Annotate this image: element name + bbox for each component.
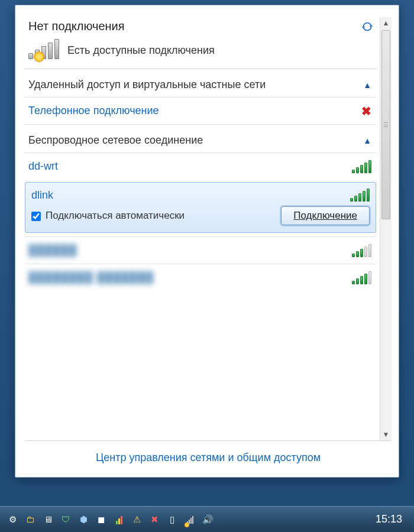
tray-icon-warning[interactable]: ⚠ — [130, 513, 143, 526]
wifi-signal-icon — [352, 160, 371, 173]
scroll-up-icon[interactable]: ▲ — [380, 17, 392, 29]
auto-connect-checkbox[interactable]: Подключаться автоматически — [31, 210, 185, 222]
tray-icon-blocked[interactable]: ✖ — [148, 513, 161, 526]
wifi-signal-icon — [350, 189, 370, 202]
network-item-selected[interactable]: dlink Подключаться автоматически Подключ… — [25, 182, 376, 233]
tray-icon-shield[interactable]: 🛡 — [59, 513, 72, 526]
network-flyout: Нет подключения Есть доступные подключен… — [15, 5, 399, 478]
network-item[interactable]: ████████ ███████ — [25, 264, 376, 291]
dialup-item-label: Телефонное подключение — [28, 105, 159, 117]
auto-connect-input[interactable] — [31, 212, 41, 221]
section-title: Беспроводное сетевое соединение — [28, 134, 203, 147]
tray-icon-network[interactable] — [183, 513, 196, 526]
signal-bars-icon — [28, 41, 59, 59]
wifi-signal-icon — [352, 244, 371, 257]
available-networks-badge-icon — [34, 52, 44, 61]
network-name: ████████ ███████ — [28, 271, 154, 284]
tray-icon-folder[interactable]: 🗀 — [24, 513, 37, 526]
header-row: Нет подключения — [25, 17, 376, 39]
wifi-signal-icon — [352, 271, 371, 284]
disconnected-icon: ✖ — [361, 104, 371, 118]
footer: Центр управления сетями и общим доступом — [25, 440, 392, 470]
refresh-icon[interactable] — [361, 20, 374, 33]
tray: ⚙ 🗀 🖥 🛡 ⬢ ◼ ⚠ ✖ ▯ — [6, 513, 370, 526]
scrollbar[interactable]: ▲ ▼ — [380, 17, 392, 440]
network-item[interactable]: dd-wrt — [25, 153, 376, 180]
tray-icon-app1[interactable]: ◼ — [95, 513, 108, 526]
clock[interactable]: 15:13 — [370, 513, 408, 525]
scroll-down-icon[interactable]: ▼ — [380, 429, 392, 440]
tray-icon-gear[interactable]: ⚙ — [6, 513, 19, 526]
network-name: dlink — [31, 189, 53, 202]
section-header-wifi[interactable]: Беспроводное сетевое соединение ▲ — [25, 124, 376, 153]
connect-button[interactable]: Подключение — [281, 206, 370, 225]
network-center-link[interactable]: Центр управления сетями и общим доступом — [96, 452, 321, 463]
auto-connect-label: Подключаться автоматически — [46, 210, 185, 222]
page-title: Нет подключения — [28, 20, 125, 33]
section-header-dialup[interactable]: Удаленный доступ и виртуальные частные с… — [25, 69, 376, 97]
network-name: ██████ — [28, 244, 77, 257]
chevron-up-icon: ▲ — [363, 136, 371, 145]
tray-icon-chart[interactable] — [112, 513, 125, 526]
network-item[interactable]: ██████ — [25, 236, 376, 264]
tray-icon-monitor[interactable]: 🖥 — [41, 513, 54, 526]
taskbar: ⚙ 🗀 🖥 🛡 ⬢ ◼ ⚠ ✖ ▯ — [0, 506, 414, 532]
network-name: dd-wrt — [28, 160, 58, 173]
tray-icon-dropbox[interactable]: ⬢ — [77, 513, 90, 526]
tray-icon-volume[interactable]: 🔊 — [201, 513, 214, 526]
flyout-body: Нет подключения Есть доступные подключен… — [17, 7, 397, 476]
dialup-item[interactable]: Телефонное подключение ✖ — [25, 97, 376, 124]
chevron-up-icon: ▲ — [363, 80, 371, 90]
status-text: Есть доступные подключения — [67, 44, 215, 57]
section-title: Удаленный доступ и виртуальные частные с… — [28, 79, 266, 91]
tray-icon-battery[interactable]: ▯ — [166, 513, 179, 526]
scroll-thumb[interactable] — [381, 30, 390, 219]
status-row: Есть доступные подключения — [25, 39, 376, 69]
